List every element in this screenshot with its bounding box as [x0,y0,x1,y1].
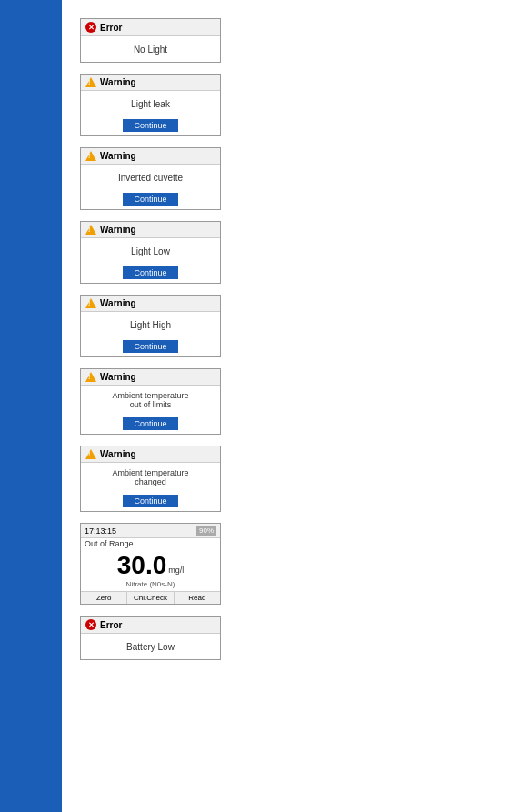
dialog-title-2: Warning [100,77,136,87]
error-icon-battery: ✕ [85,619,96,630]
dialog-header-2: Warning [81,75,220,91]
dialog-error-battery-low: ✕ Error Battery Low [80,616,221,660]
dialog-header-6: Warning [81,369,220,386]
continue-button-2[interactable]: Continue [123,119,177,132]
chl-check-button[interactable]: Chl.Check [127,592,174,604]
reading-footer: Zero Chl.Check Read [81,591,220,604]
dialog-warning-light-low: Warning Light Low Continue [80,221,221,284]
dialog-body-3: Inverted cuvette [81,165,220,190]
dialog-warning-inverted-cuvette: Warning Inverted cuvette Continue [80,147,221,210]
dialog-body-6: Ambient temperature out of limits [81,386,220,415]
dialog-footer-2: Continue [81,116,220,135]
reading-display: 17:13:15 90% Out of Range 30.0 mg/l Nitr… [80,523,221,605]
dialog-header-1: ✕ Error [81,19,220,36]
reading-number: 30.0 [117,553,167,578]
dialog-warning-light-high: Warning Light High Continue [80,295,221,357]
dialog-footer-5: Continue [81,337,220,356]
dialog-header-4: Warning [81,222,220,238]
reading-substance: Nitrate (N0s-N) [81,580,220,591]
content-area: ✕ Error No Light Warning Light leak Cont… [62,0,510,812]
warning-icon-6 [85,372,96,382]
dialog-body-1: No Light [81,36,220,62]
dialog-title-battery: Error [100,620,122,630]
continue-button-6[interactable]: Continue [123,417,177,430]
dialog-footer-4: Continue [81,264,220,283]
dialog-title-3: Warning [100,151,136,161]
reading-unit: mg/l [168,566,184,575]
warning-icon-2 [85,77,96,87]
dialog-header-7: Warning [81,446,220,463]
dialog-warning-ambient-temp-changed: Warning Ambient temperature changed Cont… [80,446,221,512]
dialog-body-4: Light Low [81,238,220,264]
dialog-body-battery: Battery Low [81,634,220,659]
dialog-footer-3: Continue [81,190,220,209]
dialog-header-3: Warning [81,148,220,165]
warning-icon-4 [85,225,96,235]
continue-button-3[interactable]: Continue [123,193,177,206]
dialog-title-7: Warning [100,449,136,459]
dialog-header-5: Warning [81,296,220,312]
dialog-warning-light-leak: Warning Light leak Continue [80,74,221,136]
dialog-body-5: Light High [81,312,220,337]
reading-value: 30.0 mg/l [81,549,220,580]
dialog-footer-7: Continue [81,492,220,511]
zero-button[interactable]: Zero [81,592,127,604]
dialog-title-6: Warning [100,372,136,382]
dialog-title-1: Error [100,23,122,33]
dialog-error-no-light: ✕ Error No Light [80,18,221,63]
warning-icon-5 [85,298,96,308]
dialog-title-4: Warning [100,225,136,235]
warning-icon-3 [85,151,96,161]
battery-indicator: 90% [196,526,216,536]
reading-status: Out of Range [81,538,220,549]
reading-header: 17:13:15 90% [81,524,220,538]
dialog-header-battery: ✕ Error [81,617,220,634]
sidebar [0,0,62,812]
error-icon-1: ✕ [85,22,96,33]
read-button[interactable]: Read [175,592,220,604]
continue-button-7[interactable]: Continue [123,495,177,507]
dialog-footer-6: Continue [81,415,220,434]
continue-button-4[interactable]: Continue [123,266,177,279]
dialog-body-7: Ambient temperature changed [81,463,220,492]
dialog-body-2: Light leak [81,91,220,116]
dialog-warning-ambient-temp-limits: Warning Ambient temperature out of limit… [80,368,221,435]
warning-icon-7 [85,449,96,459]
continue-button-5[interactable]: Continue [123,340,177,353]
dialog-title-5: Warning [100,298,136,308]
reading-time: 17:13:15 [85,526,116,536]
